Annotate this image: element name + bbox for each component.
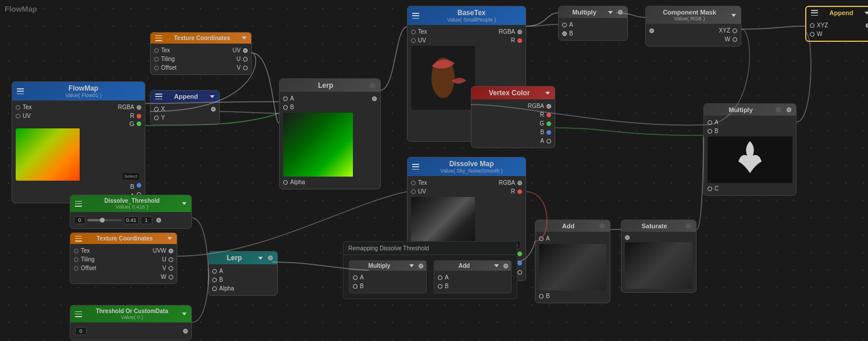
basetex-header: BaseTex Value( SmallPeople ) — [408, 6, 526, 25]
saturate-preview — [625, 242, 692, 289]
multiply-top-node: Multiply A B — [558, 6, 628, 41]
component-mask-subtitle: Value( RGB ) — [651, 16, 728, 21]
multiply-right-header: Multiply — [704, 104, 796, 116]
remapping-dissolve-node: Remapping Dissolve Threshold Multiply A — [343, 241, 517, 299]
lerp-bottom-chevron[interactable] — [258, 257, 263, 260]
flowmap-select-btn[interactable]: Select — [123, 173, 139, 180]
basetex-subtitle: Value( SmallPeople ) — [422, 17, 521, 23]
texture-coords-top-node: Texture Coordinates Tex UV Tiling U — [150, 32, 252, 75]
canvas-label: FlowMap — [5, 5, 37, 13]
texture-coords-bottom-chevron[interactable] — [167, 237, 172, 240]
component-mask-node: Component Mask Value( RGB ) XYZ W — [645, 6, 741, 46]
dissolve-map-subtitle: Value( Sky_NoiseSmooth ) — [422, 168, 521, 174]
texture-coords-bottom-node: Texture Coordinates Tex UVW Tiling U — [70, 232, 177, 284]
flowmap-uv-pin: UV — [16, 113, 31, 119]
append-top-menu-icon[interactable] — [155, 94, 162, 99]
multiply-right-preview — [708, 137, 792, 183]
multiply-right-toggle[interactable] — [776, 107, 781, 113]
append-right-chevron[interactable] — [865, 12, 868, 15]
add-toggle[interactable] — [599, 223, 605, 229]
multiply-top-title: Multiply — [572, 9, 596, 16]
flowmap-body: Tex RGBA UV R G Select — [12, 100, 145, 203]
lerp-top-header: Lerp — [280, 79, 380, 92]
lerp-top-preview — [283, 113, 377, 177]
append-top-header: Append — [151, 91, 219, 102]
texture-coords-top-chevron[interactable] — [242, 37, 247, 40]
dissolve-threshold-slider[interactable]: 0 0.41 1 — [70, 214, 191, 226]
dissolve-threshold-header: Dissolve_Threshold Value( 0.416 ) — [70, 195, 191, 212]
component-mask-chevron[interactable] — [731, 14, 736, 17]
append-right-header: Append — [806, 7, 868, 19]
vertex-color-body: RGBA R G B — [471, 99, 555, 148]
append-right-title: Append — [830, 9, 853, 16]
tc-top-uv-pin: UV — [233, 47, 248, 53]
threshold-or-custom-header: Threshold Or CustomData Value( 0 ) — [70, 306, 191, 322]
texture-coords-top-body: Tex UV Tiling U Offset V — [151, 44, 251, 74]
threshold-or-custom-chevron[interactable] — [182, 313, 187, 315]
append-top-body: X Y — [151, 102, 219, 124]
slider-thumb[interactable] — [100, 218, 105, 222]
append-top-node: Append X Y — [150, 90, 220, 125]
saturate-body — [621, 232, 696, 292]
threshold-or-custom-node: Threshold Or CustomData Value( 0 ) 0 — [70, 305, 192, 340]
flowmap-r-pin: R — [130, 113, 141, 119]
saturate-node: Saturate — [621, 220, 696, 293]
remapping-multiply-title: Multiply — [369, 263, 391, 269]
flowmap-tex-pin: Tex — [16, 104, 32, 110]
flowmap-rgba-dot — [137, 105, 141, 110]
texture-coords-bottom-menu-icon[interactable] — [75, 236, 82, 242]
remapping-add-title: Add — [459, 263, 470, 269]
flowmap-subtitle: Value( Flow01 ) — [27, 92, 140, 98]
multiply-right-node: Multiply A B C — [703, 103, 796, 196]
multiply-right-title: Multiply — [728, 106, 753, 113]
add-body: A B — [535, 232, 610, 303]
saturate-header: Saturate — [621, 220, 696, 232]
flowmap-rgba-pin: RGBA — [118, 104, 141, 110]
add-header: Add — [535, 220, 610, 232]
remapping-add-node: Add A B — [434, 260, 512, 293]
lerp-top-toggle[interactable] — [370, 82, 376, 88]
flowmap-r-dot — [137, 114, 141, 119]
flowmap-menu-icon[interactable] — [17, 88, 24, 94]
append-top-chevron[interactable] — [210, 95, 215, 98]
flowmap-b-dot — [137, 183, 141, 188]
texture-coords-top-title: Texture Coordinates — [174, 35, 230, 41]
remapping-add-body: A B — [434, 271, 511, 293]
texture-coords-bottom-title: Texture Coordinates — [97, 235, 153, 242]
dissolve-threshold-menu-icon[interactable] — [75, 201, 82, 207]
append-top-title: Append — [174, 93, 198, 100]
threshold-or-custom-body: 0 — [70, 322, 191, 340]
lerp-bottom-header: Lerp — [209, 252, 277, 264]
remapping-add-chevron[interactable] — [494, 264, 499, 267]
flowmap-header: FlowMap Value( Flow01 ) — [12, 82, 145, 100]
dissolve-map-menu-icon[interactable] — [412, 164, 419, 170]
component-mask-body: XYZ W — [646, 24, 741, 46]
lerp-bottom-node: Lerp A B Alpha — [208, 251, 278, 296]
multiply-top-chevron[interactable] — [608, 11, 613, 14]
flowmap-title: FlowMap — [69, 84, 98, 92]
vertex-color-node: Vertex Color RGBA R G — [471, 86, 555, 148]
remapping-multiply-chevron[interactable] — [409, 264, 414, 267]
add-preview — [539, 244, 606, 290]
threshold-or-custom-menu-icon[interactable] — [75, 311, 82, 317]
flowmap-tex-dot — [16, 105, 20, 110]
vertex-color-header: Vertex Color — [471, 87, 555, 99]
flowmap-uv-dot — [16, 114, 20, 119]
tc-top-tex-pin: Tex — [154, 47, 170, 53]
threshold-or-custom-title: Threshold Or CustomData — [96, 308, 168, 314]
add-node: Add A B — [535, 220, 610, 303]
remapping-multiply-node: Multiply A B — [349, 260, 427, 293]
append-right-body: XYZ W — [806, 19, 868, 41]
flowmap-g-dot — [137, 121, 141, 126]
threshold-or-custom-subtitle: Value( 0 ) — [85, 314, 179, 320]
append-right-menu-icon[interactable] — [811, 10, 818, 16]
vertex-color-chevron[interactable] — [545, 92, 550, 95]
append-right-node: Append XYZ W — [805, 6, 868, 42]
dissolve-threshold-chevron[interactable] — [182, 202, 187, 205]
basetex-menu-icon[interactable] — [412, 13, 419, 19]
vertex-color-title: Vertex Color — [489, 89, 530, 97]
component-mask-title: Component Mask — [663, 9, 716, 16]
saturate-toggle[interactable] — [685, 223, 691, 229]
lerp-bottom-body: A B Alpha — [209, 264, 277, 295]
texture-coords-top-menu-icon[interactable] — [155, 35, 162, 41]
